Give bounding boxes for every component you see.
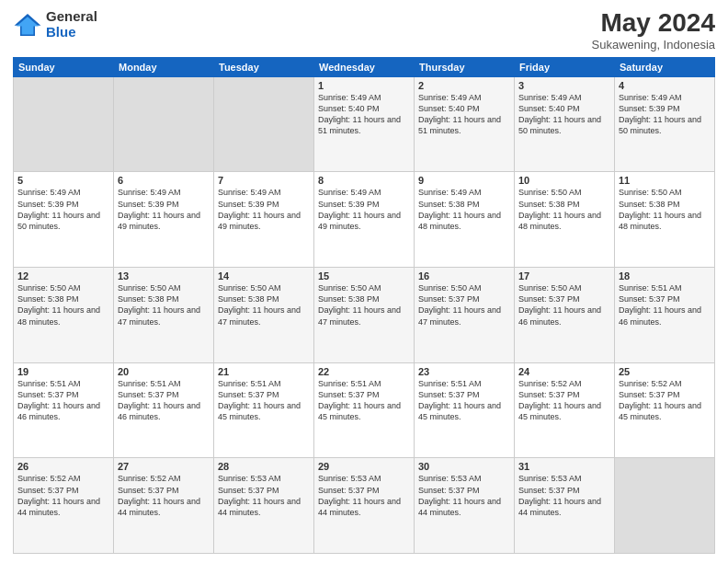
subtitle: Sukawening, Indonesia [592, 38, 715, 52]
calendar-day-cell: 26Sunrise: 5:52 AMSunset: 5:37 PMDayligh… [14, 458, 114, 554]
calendar-day-cell [14, 76, 114, 172]
day-detail: Sunrise: 5:51 AMSunset: 5:37 PMDaylight:… [218, 378, 310, 423]
day-detail: Sunrise: 5:51 AMSunset: 5:37 PMDaylight:… [118, 378, 210, 423]
calendar-day-cell [214, 76, 314, 172]
day-number: 15 [318, 270, 410, 282]
day-detail: Sunrise: 5:50 AMSunset: 5:38 PMDaylight:… [318, 282, 410, 327]
calendar-day-cell: 11Sunrise: 5:50 AMSunset: 5:38 PMDayligh… [615, 172, 715, 268]
calendar-day-cell: 7Sunrise: 5:49 AMSunset: 5:39 PMDaylight… [214, 172, 314, 268]
calendar-day-cell: 14Sunrise: 5:50 AMSunset: 5:38 PMDayligh… [214, 268, 314, 363]
calendar-day-header: Wednesday [314, 57, 415, 76]
day-detail: Sunrise: 5:49 AMSunset: 5:39 PMDaylight:… [218, 187, 310, 232]
calendar-day-cell: 23Sunrise: 5:51 AMSunset: 5:37 PMDayligh… [415, 362, 515, 458]
calendar-day-cell: 20Sunrise: 5:51 AMSunset: 5:37 PMDayligh… [114, 362, 214, 458]
calendar-day-cell: 12Sunrise: 5:50 AMSunset: 5:38 PMDayligh… [14, 268, 114, 363]
day-number: 28 [218, 461, 310, 472]
calendar-day-header: Saturday [615, 57, 715, 76]
day-number: 2 [418, 80, 510, 91]
day-detail: Sunrise: 5:49 AMSunset: 5:39 PMDaylight:… [619, 92, 711, 137]
main-title: May 2024 [592, 9, 715, 38]
calendar-day-cell: 2Sunrise: 5:49 AMSunset: 5:40 PMDaylight… [415, 76, 515, 172]
day-number: 18 [619, 270, 711, 282]
calendar-week-row: 5Sunrise: 5:49 AMSunset: 5:39 PMDaylight… [14, 172, 715, 268]
day-detail: Sunrise: 5:51 AMSunset: 5:37 PMDaylight:… [619, 282, 711, 327]
day-number: 11 [619, 175, 711, 186]
day-detail: Sunrise: 5:51 AMSunset: 5:37 PMDaylight:… [17, 378, 109, 423]
calendar-day-cell: 1Sunrise: 5:49 AMSunset: 5:40 PMDaylight… [314, 76, 415, 172]
day-number: 13 [118, 270, 210, 282]
day-detail: Sunrise: 5:50 AMSunset: 5:38 PMDaylight:… [619, 187, 711, 232]
calendar-week-row: 26Sunrise: 5:52 AMSunset: 5:37 PMDayligh… [14, 458, 715, 554]
calendar-day-cell: 30Sunrise: 5:53 AMSunset: 5:37 PMDayligh… [415, 458, 515, 554]
day-number: 24 [518, 366, 610, 377]
day-detail: Sunrise: 5:51 AMSunset: 5:37 PMDaylight:… [418, 378, 510, 423]
calendar-day-cell: 17Sunrise: 5:50 AMSunset: 5:37 PMDayligh… [515, 268, 615, 363]
calendar-day-cell: 3Sunrise: 5:49 AMSunset: 5:40 PMDaylight… [515, 76, 615, 172]
calendar-day-header: Monday [114, 57, 214, 76]
calendar-week-row: 12Sunrise: 5:50 AMSunset: 5:38 PMDayligh… [14, 268, 715, 363]
day-detail: Sunrise: 5:49 AMSunset: 5:40 PMDaylight:… [518, 92, 610, 137]
day-detail: Sunrise: 5:52 AMSunset: 5:37 PMDaylight:… [619, 378, 711, 423]
day-detail: Sunrise: 5:49 AMSunset: 5:40 PMDaylight:… [418, 92, 510, 137]
svg-marker-1 [17, 17, 39, 34]
calendar-day-header: Sunday [14, 57, 114, 76]
day-detail: Sunrise: 5:49 AMSunset: 5:39 PMDaylight:… [318, 187, 410, 232]
day-detail: Sunrise: 5:53 AMSunset: 5:37 PMDaylight:… [318, 473, 410, 518]
calendar-day-cell: 31Sunrise: 5:53 AMSunset: 5:37 PMDayligh… [515, 458, 615, 554]
day-number: 23 [418, 366, 510, 377]
calendar-day-header: Tuesday [214, 57, 314, 76]
calendar-day-cell: 18Sunrise: 5:51 AMSunset: 5:37 PMDayligh… [615, 268, 715, 363]
day-number: 22 [318, 366, 410, 377]
logo-icon [13, 12, 42, 38]
header: General Blue May 2024 Sukawening, Indone… [13, 9, 715, 52]
calendar-day-header: Thursday [415, 57, 515, 76]
day-detail: Sunrise: 5:51 AMSunset: 5:37 PMDaylight:… [318, 378, 410, 423]
calendar-day-cell: 13Sunrise: 5:50 AMSunset: 5:38 PMDayligh… [114, 268, 214, 363]
calendar-week-row: 19Sunrise: 5:51 AMSunset: 5:37 PMDayligh… [14, 362, 715, 458]
day-number: 8 [318, 175, 410, 186]
page: General Blue May 2024 Sukawening, Indone… [0, 0, 728, 563]
calendar-day-cell: 21Sunrise: 5:51 AMSunset: 5:37 PMDayligh… [214, 362, 314, 458]
calendar-day-cell: 15Sunrise: 5:50 AMSunset: 5:38 PMDayligh… [314, 268, 415, 363]
calendar-day-cell: 19Sunrise: 5:51 AMSunset: 5:37 PMDayligh… [14, 362, 114, 458]
day-number: 30 [418, 461, 510, 472]
day-number: 17 [518, 270, 610, 282]
day-number: 25 [619, 366, 711, 377]
day-detail: Sunrise: 5:52 AMSunset: 5:37 PMDaylight:… [518, 378, 610, 423]
day-number: 4 [619, 80, 711, 91]
day-detail: Sunrise: 5:50 AMSunset: 5:38 PMDaylight:… [518, 187, 610, 232]
day-detail: Sunrise: 5:49 AMSunset: 5:40 PMDaylight:… [318, 92, 410, 137]
day-number: 29 [318, 461, 410, 472]
calendar-day-cell: 28Sunrise: 5:53 AMSunset: 5:37 PMDayligh… [214, 458, 314, 554]
day-detail: Sunrise: 5:49 AMSunset: 5:39 PMDaylight:… [118, 187, 210, 232]
day-detail: Sunrise: 5:52 AMSunset: 5:37 PMDaylight:… [17, 473, 109, 518]
calendar-day-cell: 25Sunrise: 5:52 AMSunset: 5:37 PMDayligh… [615, 362, 715, 458]
day-number: 6 [118, 175, 210, 186]
day-detail: Sunrise: 5:50 AMSunset: 5:37 PMDaylight:… [518, 282, 610, 327]
day-number: 20 [118, 366, 210, 377]
day-number: 27 [118, 461, 210, 472]
calendar-table: SundayMondayTuesdayWednesdayThursdayFrid… [13, 57, 715, 554]
day-number: 9 [418, 175, 510, 186]
day-number: 10 [518, 175, 610, 186]
calendar-header-row: SundayMondayTuesdayWednesdayThursdayFrid… [14, 57, 715, 76]
day-number: 16 [418, 270, 510, 282]
day-detail: Sunrise: 5:50 AMSunset: 5:38 PMDaylight:… [118, 282, 210, 327]
day-detail: Sunrise: 5:53 AMSunset: 5:37 PMDaylight:… [418, 473, 510, 518]
calendar-day-cell: 10Sunrise: 5:50 AMSunset: 5:38 PMDayligh… [515, 172, 615, 268]
calendar-day-cell: 24Sunrise: 5:52 AMSunset: 5:37 PMDayligh… [515, 362, 615, 458]
day-detail: Sunrise: 5:50 AMSunset: 5:38 PMDaylight:… [17, 282, 109, 327]
calendar-day-header: Friday [515, 57, 615, 76]
day-detail: Sunrise: 5:52 AMSunset: 5:37 PMDaylight:… [118, 473, 210, 518]
day-detail: Sunrise: 5:50 AMSunset: 5:37 PMDaylight:… [418, 282, 510, 327]
title-block: May 2024 Sukawening, Indonesia [592, 9, 715, 52]
calendar-day-cell [615, 458, 715, 554]
day-number: 3 [518, 80, 610, 91]
day-number: 21 [218, 366, 310, 377]
day-number: 14 [218, 270, 310, 282]
logo: General Blue [13, 9, 97, 40]
logo-text: General Blue [46, 9, 97, 40]
calendar-day-cell: 22Sunrise: 5:51 AMSunset: 5:37 PMDayligh… [314, 362, 415, 458]
day-number: 31 [518, 461, 610, 472]
day-detail: Sunrise: 5:53 AMSunset: 5:37 PMDaylight:… [218, 473, 310, 518]
